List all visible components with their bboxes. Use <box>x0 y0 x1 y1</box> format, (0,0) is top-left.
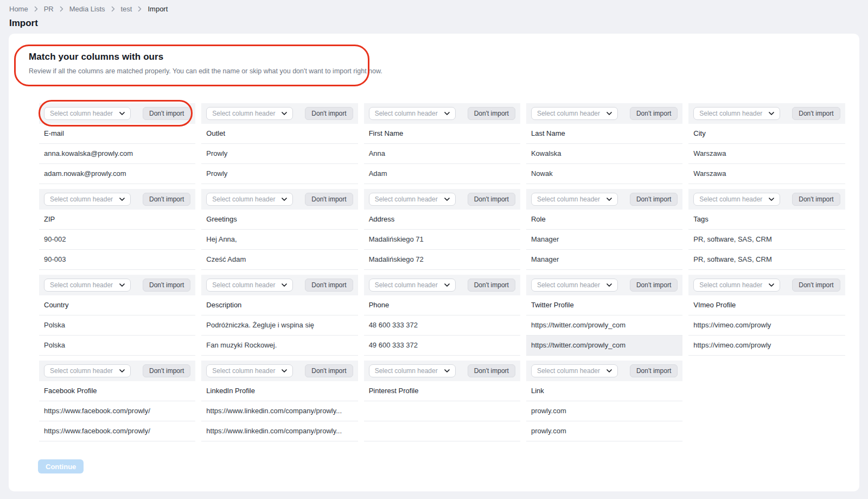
breadcrumb: HomePRMedia ListstestImport <box>9 5 168 13</box>
breadcrumb-item[interactable]: PR <box>44 5 54 13</box>
data-cell: Prowly <box>201 164 358 184</box>
select-placeholder-label: Select column header <box>699 195 762 203</box>
dont-import-button[interactable]: Don't import <box>468 364 515 377</box>
column-group: Select column headerDon't importE-mailan… <box>39 103 816 184</box>
column-header-select[interactable]: Select column header <box>206 107 293 120</box>
select-placeholder-label: Select column header <box>50 195 113 203</box>
dont-import-button[interactable]: Don't import <box>468 193 515 206</box>
data-cell: adam.nowak@prowly.com <box>39 164 195 184</box>
select-placeholder-label: Select column header <box>212 281 275 289</box>
select-placeholder-label: Select column header <box>699 110 762 117</box>
chevron-right-icon <box>34 6 38 12</box>
breadcrumb-item[interactable]: Home <box>9 5 28 13</box>
column-controls: Select column headerDon't import <box>39 189 195 210</box>
column-section: Select column headerDon't importVImeo Pr… <box>688 275 845 356</box>
column-header-select[interactable]: Select column header <box>44 193 131 206</box>
column-header-select[interactable]: Select column header <box>693 107 780 120</box>
column-header-select[interactable]: Select column header <box>206 193 293 206</box>
dont-import-button[interactable]: Don't import <box>143 193 190 206</box>
data-cell: 90-002 <box>39 230 195 250</box>
chevron-down-icon <box>282 112 287 115</box>
column-section: Select column headerDon't importAddressM… <box>364 189 520 270</box>
data-cell <box>364 401 520 421</box>
column-header-select[interactable]: Select column header <box>693 193 780 206</box>
dont-import-button[interactable]: Don't import <box>468 279 515 292</box>
column-section: Select column headerDon't importTagsPR, … <box>688 189 845 270</box>
column-header-select[interactable]: Select column header <box>531 193 618 206</box>
chevron-down-icon <box>769 112 774 115</box>
column-header-select[interactable]: Select column header <box>206 279 293 292</box>
column-section: Select column headerDon't importLast Nam… <box>526 103 682 184</box>
data-cell: Madalińskiego 72 <box>364 250 520 270</box>
data-cell <box>364 421 520 441</box>
data-cell: 90-003 <box>39 250 195 270</box>
select-placeholder-label: Select column header <box>375 110 438 117</box>
breadcrumb-item[interactable]: test <box>121 5 132 13</box>
chevron-down-icon <box>444 198 450 201</box>
continue-button[interactable]: Continue <box>38 459 84 473</box>
column-header-select[interactable]: Select column header <box>369 364 456 377</box>
chevron-down-icon <box>282 369 287 372</box>
column-header-select[interactable]: Select column header <box>531 364 618 377</box>
dont-import-button[interactable]: Don't import <box>792 279 840 292</box>
dont-import-button[interactable]: Don't import <box>630 279 678 292</box>
import-page: { "breadcrumb": { "items": ["Home", "PR"… <box>0 0 868 499</box>
column-section: Select column headerDon't importE-mailan… <box>39 103 195 184</box>
column-section: Select column headerDon't importFirst Na… <box>364 103 520 184</box>
column-header-select[interactable]: Select column header <box>206 364 293 377</box>
dont-import-button[interactable]: Don't import <box>143 279 190 292</box>
column-header-cell: Pinterest Profile <box>364 381 520 401</box>
dont-import-button[interactable]: Don't import <box>792 193 840 206</box>
column-section: Select column headerDon't importPinteres… <box>364 361 520 441</box>
select-placeholder-label: Select column header <box>50 110 113 117</box>
chevron-down-icon <box>607 198 612 201</box>
column-controls: Select column headerDon't import <box>526 103 682 124</box>
column-header-select[interactable]: Select column header <box>44 364 131 377</box>
dont-import-button[interactable]: Don't import <box>305 193 353 206</box>
dont-import-button[interactable]: Don't import <box>630 193 678 206</box>
column-controls: Select column headerDon't import <box>364 361 520 381</box>
intro-description: Review if all the columns are matched pr… <box>29 67 382 75</box>
column-header-select[interactable]: Select column header <box>369 279 456 292</box>
dont-import-button[interactable]: Don't import <box>630 107 678 120</box>
column-header-cell: Last Name <box>526 124 682 144</box>
data-cell: Polska <box>39 315 195 336</box>
dont-import-button[interactable]: Don't import <box>305 279 353 292</box>
column-section: Select column headerDon't importCityWars… <box>688 103 845 184</box>
dont-import-button[interactable]: Don't import <box>468 107 515 120</box>
dont-import-button[interactable]: Don't import <box>305 107 353 120</box>
data-cell: https://www.linkedin.com/company/prowly.… <box>201 401 358 421</box>
column-header-select[interactable]: Select column header <box>693 279 780 292</box>
select-placeholder-label: Select column header <box>537 110 600 117</box>
column-header-select[interactable]: Select column header <box>369 193 456 206</box>
column-header-select[interactable]: Select column header <box>531 279 618 292</box>
select-placeholder-label: Select column header <box>50 367 113 375</box>
column-header-select[interactable]: Select column header <box>369 107 456 120</box>
chevron-down-icon <box>607 283 612 287</box>
breadcrumb-item: Import <box>148 5 168 13</box>
chevron-down-icon <box>769 198 774 201</box>
breadcrumb-item[interactable]: Media Lists <box>69 5 105 13</box>
column-controls: Select column headerDon't import <box>688 189 845 210</box>
column-controls: Select column headerDon't import <box>526 189 682 210</box>
chevron-down-icon <box>119 283 125 287</box>
select-placeholder-label: Select column header <box>375 367 438 375</box>
data-cell: 48 600 333 372 <box>364 315 520 336</box>
column-header-cell: Greetings <box>201 210 358 230</box>
data-cell: https://vimeo.com/prowly <box>688 315 845 336</box>
dont-import-button[interactable]: Don't import <box>143 364 190 377</box>
dont-import-button[interactable]: Don't import <box>143 107 190 120</box>
column-header-select[interactable]: Select column header <box>531 107 618 120</box>
column-section: Select column headerDon't importRoleMana… <box>526 189 682 270</box>
column-controls: Select column headerDon't import <box>39 361 195 381</box>
column-header-select[interactable]: Select column header <box>44 279 131 292</box>
dont-import-button[interactable]: Don't import <box>630 364 678 377</box>
data-cell: Manager <box>526 230 682 250</box>
column-header-select[interactable]: Select column header <box>44 107 131 120</box>
data-cell: https://www.facebook.com/prowly/ <box>39 401 195 421</box>
dont-import-button[interactable]: Don't import <box>305 364 353 377</box>
data-cell: Manager <box>526 250 682 270</box>
dont-import-button[interactable]: Don't import <box>792 107 840 120</box>
data-cell: PR, software, SAS, CRM <box>688 250 845 270</box>
column-section: Select column headerDon't importPhone48 … <box>364 275 520 356</box>
